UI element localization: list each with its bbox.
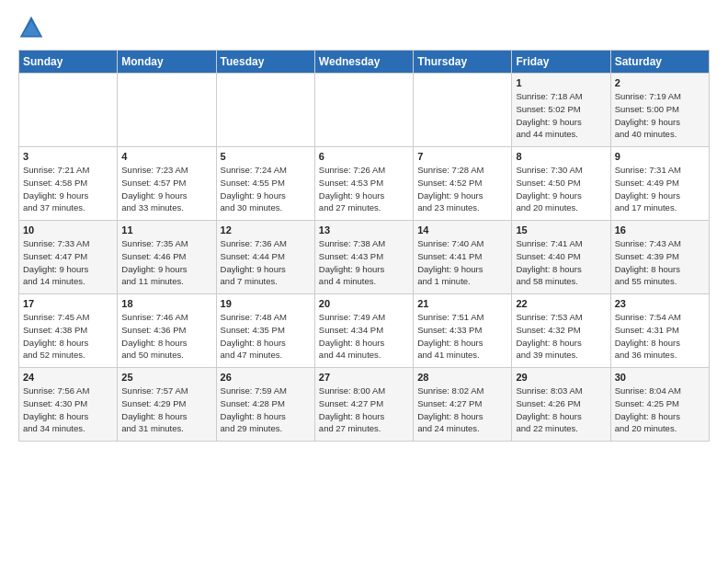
- day-number: 2: [615, 77, 705, 88]
- day-info: Sunrise: 7:18 AM Sunset: 5:02 PM Dayligh…: [516, 90, 606, 141]
- calendar-table: SundayMondayTuesdayWednesdayThursdayFrid…: [18, 50, 710, 442]
- day-number: 9: [615, 151, 705, 162]
- week-row-5: 24Sunrise: 7:56 AM Sunset: 4:30 PM Dayli…: [19, 368, 710, 442]
- col-header-saturday: Saturday: [610, 51, 709, 74]
- col-header-sunday: Sunday: [19, 51, 118, 74]
- day-number: 27: [319, 372, 409, 383]
- day-info: Sunrise: 7:48 AM Sunset: 4:35 PM Dayligh…: [221, 311, 311, 362]
- day-cell: 16Sunrise: 7:43 AM Sunset: 4:39 PM Dayli…: [610, 221, 709, 294]
- day-info: Sunrise: 7:43 AM Sunset: 4:39 PM Dayligh…: [615, 237, 705, 288]
- day-cell: 1Sunrise: 7:18 AM Sunset: 5:02 PM Daylig…: [512, 74, 610, 147]
- day-number: 16: [615, 224, 705, 236]
- week-row-4: 17Sunrise: 7:45 AM Sunset: 4:38 PM Dayli…: [19, 294, 710, 368]
- day-number: 17: [23, 298, 113, 309]
- day-cell: 22Sunrise: 7:53 AM Sunset: 4:32 PM Dayli…: [512, 294, 610, 368]
- day-info: Sunrise: 8:02 AM Sunset: 4:27 PM Dayligh…: [417, 385, 507, 435]
- day-cell: 20Sunrise: 7:49 AM Sunset: 4:34 PM Dayli…: [314, 294, 413, 368]
- day-number: 26: [221, 372, 311, 383]
- day-info: Sunrise: 7:28 AM Sunset: 4:52 PM Dayligh…: [417, 164, 507, 214]
- day-cell: 4Sunrise: 7:23 AM Sunset: 4:57 PM Daylig…: [118, 147, 216, 221]
- day-cell: 12Sunrise: 7:36 AM Sunset: 4:44 PM Dayli…: [216, 221, 314, 294]
- day-info: Sunrise: 8:00 AM Sunset: 4:27 PM Dayligh…: [319, 385, 409, 435]
- day-cell: [216, 74, 314, 147]
- col-header-thursday: Thursday: [414, 51, 512, 74]
- day-number: 7: [417, 151, 507, 162]
- day-info: Sunrise: 7:35 AM Sunset: 4:46 PM Dayligh…: [121, 237, 211, 288]
- day-number: 24: [23, 372, 113, 383]
- day-info: Sunrise: 7:59 AM Sunset: 4:28 PM Dayligh…: [221, 385, 311, 435]
- day-number: 20: [319, 298, 409, 309]
- day-cell: 28Sunrise: 8:02 AM Sunset: 4:27 PM Dayli…: [414, 368, 512, 442]
- day-info: Sunrise: 7:46 AM Sunset: 4:36 PM Dayligh…: [121, 311, 211, 362]
- day-cell: 23Sunrise: 7:54 AM Sunset: 4:31 PM Dayli…: [610, 294, 709, 368]
- day-info: Sunrise: 7:33 AM Sunset: 4:47 PM Dayligh…: [23, 237, 113, 288]
- day-cell: 19Sunrise: 7:48 AM Sunset: 4:35 PM Dayli…: [216, 294, 314, 368]
- day-number: 11: [121, 224, 211, 236]
- day-cell: 15Sunrise: 7:41 AM Sunset: 4:40 PM Dayli…: [512, 221, 610, 294]
- day-cell: 3Sunrise: 7:21 AM Sunset: 4:58 PM Daylig…: [19, 147, 118, 221]
- day-cell: 21Sunrise: 7:51 AM Sunset: 4:33 PM Dayli…: [414, 294, 512, 368]
- header-row: SundayMondayTuesdayWednesdayThursdayFrid…: [19, 51, 710, 74]
- day-number: 8: [516, 151, 606, 162]
- day-number: 18: [121, 298, 211, 309]
- day-cell: [19, 74, 118, 147]
- week-row-3: 10Sunrise: 7:33 AM Sunset: 4:47 PM Dayli…: [19, 221, 710, 294]
- day-cell: 27Sunrise: 8:00 AM Sunset: 4:27 PM Dayli…: [314, 368, 413, 442]
- day-cell: 2Sunrise: 7:19 AM Sunset: 5:00 PM Daylig…: [610, 74, 709, 147]
- day-number: 10: [23, 224, 113, 236]
- day-info: Sunrise: 7:41 AM Sunset: 4:40 PM Dayligh…: [516, 237, 606, 288]
- day-info: Sunrise: 7:30 AM Sunset: 4:50 PM Dayligh…: [516, 164, 606, 214]
- day-info: Sunrise: 7:57 AM Sunset: 4:29 PM Dayligh…: [121, 385, 211, 435]
- day-info: Sunrise: 7:19 AM Sunset: 5:00 PM Dayligh…: [615, 90, 705, 141]
- col-header-monday: Monday: [118, 51, 216, 74]
- day-number: 30: [615, 372, 705, 383]
- day-cell: 25Sunrise: 7:57 AM Sunset: 4:29 PM Dayli…: [118, 368, 216, 442]
- day-info: Sunrise: 7:40 AM Sunset: 4:41 PM Dayligh…: [417, 237, 507, 288]
- day-info: Sunrise: 7:56 AM Sunset: 4:30 PM Dayligh…: [23, 385, 113, 435]
- day-number: 19: [221, 298, 311, 309]
- day-number: 21: [417, 298, 507, 309]
- day-info: Sunrise: 7:31 AM Sunset: 4:49 PM Dayligh…: [615, 164, 705, 214]
- header: [18, 15, 710, 40]
- day-number: 29: [516, 372, 606, 383]
- logo: [18, 15, 48, 40]
- day-info: Sunrise: 7:38 AM Sunset: 4:43 PM Dayligh…: [319, 237, 409, 288]
- day-cell: 8Sunrise: 7:30 AM Sunset: 4:50 PM Daylig…: [512, 147, 610, 221]
- logo-icon: [18, 15, 44, 40]
- day-info: Sunrise: 7:53 AM Sunset: 4:32 PM Dayligh…: [516, 311, 606, 362]
- day-info: Sunrise: 8:04 AM Sunset: 4:25 PM Dayligh…: [615, 385, 705, 435]
- day-number: 28: [417, 372, 507, 383]
- day-cell: 9Sunrise: 7:31 AM Sunset: 4:49 PM Daylig…: [610, 147, 709, 221]
- day-cell: 30Sunrise: 8:04 AM Sunset: 4:25 PM Dayli…: [610, 368, 709, 442]
- day-cell: [414, 74, 512, 147]
- day-info: Sunrise: 7:49 AM Sunset: 4:34 PM Dayligh…: [319, 311, 409, 362]
- day-number: 4: [121, 151, 211, 162]
- day-cell: [314, 74, 413, 147]
- day-number: 6: [319, 151, 409, 162]
- day-info: Sunrise: 7:24 AM Sunset: 4:55 PM Dayligh…: [221, 164, 311, 214]
- day-number: 1: [516, 77, 606, 88]
- day-number: 3: [23, 151, 113, 162]
- day-cell: 6Sunrise: 7:26 AM Sunset: 4:53 PM Daylig…: [314, 147, 413, 221]
- day-cell: 14Sunrise: 7:40 AM Sunset: 4:41 PM Dayli…: [414, 221, 512, 294]
- day-info: Sunrise: 8:03 AM Sunset: 4:26 PM Dayligh…: [516, 385, 606, 435]
- day-cell: 26Sunrise: 7:59 AM Sunset: 4:28 PM Dayli…: [216, 368, 314, 442]
- day-cell: 17Sunrise: 7:45 AM Sunset: 4:38 PM Dayli…: [19, 294, 118, 368]
- day-number: 23: [615, 298, 705, 309]
- day-info: Sunrise: 7:54 AM Sunset: 4:31 PM Dayligh…: [615, 311, 705, 362]
- col-header-tuesday: Tuesday: [216, 51, 314, 74]
- day-info: Sunrise: 7:21 AM Sunset: 4:58 PM Dayligh…: [23, 164, 113, 214]
- col-header-friday: Friday: [512, 51, 610, 74]
- day-cell: 13Sunrise: 7:38 AM Sunset: 4:43 PM Dayli…: [314, 221, 413, 294]
- day-info: Sunrise: 7:26 AM Sunset: 4:53 PM Dayligh…: [319, 164, 409, 214]
- day-cell: 5Sunrise: 7:24 AM Sunset: 4:55 PM Daylig…: [216, 147, 314, 221]
- day-number: 5: [221, 151, 311, 162]
- day-cell: [118, 74, 216, 147]
- day-number: 12: [221, 224, 311, 236]
- day-cell: 18Sunrise: 7:46 AM Sunset: 4:36 PM Dayli…: [118, 294, 216, 368]
- day-number: 15: [516, 224, 606, 236]
- day-number: 13: [319, 224, 409, 236]
- day-cell: 7Sunrise: 7:28 AM Sunset: 4:52 PM Daylig…: [414, 147, 512, 221]
- week-row-1: 1Sunrise: 7:18 AM Sunset: 5:02 PM Daylig…: [19, 74, 710, 147]
- day-info: Sunrise: 7:36 AM Sunset: 4:44 PM Dayligh…: [221, 237, 311, 288]
